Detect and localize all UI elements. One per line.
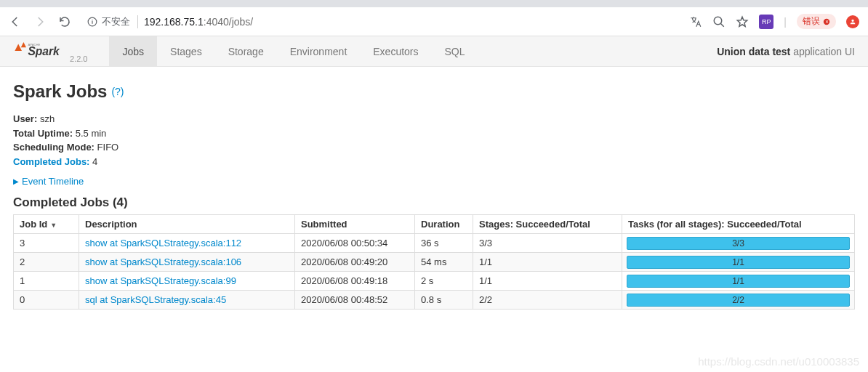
translate-error-badge[interactable]: 错误 ✕ [797, 14, 836, 29]
cell-duration: 54 ms [415, 253, 473, 272]
cell-stages: 2/2 [473, 291, 622, 310]
back-button[interactable] [9, 15, 22, 28]
completed-jobs-link[interactable]: Completed Jobs: [13, 156, 89, 167]
page-title: Spark Jobs (?) [13, 81, 855, 102]
tasks-progress-bar: 2/2 [627, 294, 850, 307]
reload-button[interactable] [58, 15, 71, 28]
tab-stages[interactable]: Stages [157, 36, 215, 66]
app-title: Union data test application UI [717, 46, 855, 57]
cell-submitted: 2020/06/08 00:49:18 [295, 272, 415, 291]
spark-version: 2.2.0 [70, 54, 87, 63]
bookmark-star-icon[interactable] [736, 15, 749, 28]
job-summary: User: szh Total Uptime: 5.5 min Scheduli… [13, 112, 855, 169]
job-description-link[interactable]: show at SparkSQLStrategy.scala:112 [85, 238, 241, 248]
cell-submitted: 2020/06/08 00:50:34 [295, 234, 415, 253]
spark-navbar: Spark APACHE 2.2.0 Jobs Stages Storage E… [0, 36, 868, 67]
extension-badge[interactable]: RP [759, 15, 773, 29]
tab-environment[interactable]: Environment [277, 36, 361, 66]
tab-storage[interactable]: Storage [215, 36, 277, 66]
browser-tab-strip [0, 0, 868, 7]
cell-stages: 1/1 [473, 272, 622, 291]
url-text: 192.168.75.1:4040/jobs/ [144, 16, 253, 28]
event-timeline-toggle[interactable]: ▶ Event Timeline [13, 176, 855, 187]
svg-text:Spark: Spark [28, 45, 60, 57]
tab-jobs[interactable]: Jobs [109, 36, 157, 66]
address-bar[interactable]: 不安全 192.168.75.1:4040/jobs/ [80, 12, 680, 32]
job-description-link[interactable]: sql at SparkSQLStrategy.scala:45 [85, 294, 226, 305]
job-description-link[interactable]: show at SparkSQLStrategy.scala:99 [85, 275, 236, 286]
svg-point-3 [715, 17, 723, 25]
cell-stages: 3/3 [473, 234, 622, 253]
cell-duration: 2 s [415, 272, 473, 291]
tab-executors[interactable]: Executors [360, 36, 431, 66]
cell-stages: 1/1 [473, 253, 622, 272]
table-row: 1show at SparkSQLStrategy.scala:992020/0… [14, 272, 855, 291]
translate-icon[interactable] [689, 15, 702, 28]
svg-text:✕: ✕ [825, 20, 829, 24]
cell-submitted: 2020/06/08 00:49:20 [295, 253, 415, 272]
col-job-id[interactable]: Job Id▼ [14, 215, 79, 234]
cell-job-id: 1 [14, 272, 79, 291]
job-description-link[interactable]: show at SparkSQLStrategy.scala:106 [85, 256, 241, 267]
spark-logo[interactable]: Spark APACHE 2.2.0 [13, 40, 87, 63]
col-stages[interactable]: Stages: Succeeded/Total [473, 215, 622, 234]
col-submitted[interactable]: Submitted [295, 215, 415, 234]
spark-tabs: Jobs Stages Storage Environment Executor… [109, 36, 478, 66]
tasks-progress-bar: 3/3 [627, 237, 850, 250]
profile-avatar[interactable] [846, 15, 859, 28]
cell-submitted: 2020/06/08 00:48:52 [295, 291, 415, 310]
table-row: 3show at SparkSQLStrategy.scala:1122020/… [14, 234, 855, 253]
zoom-icon[interactable] [712, 15, 726, 28]
info-icon [87, 17, 97, 27]
svg-text:APACHE: APACHE [28, 42, 40, 46]
cell-job-id: 3 [14, 234, 79, 253]
tasks-progress-bar: 1/1 [627, 275, 850, 288]
cell-duration: 0.8 s [415, 291, 473, 310]
tab-sql[interactable]: SQL [432, 36, 478, 66]
insecure-label: 不安全 [102, 15, 130, 28]
browser-toolbar: 不安全 192.168.75.1:4040/jobs/ RP | 错误 ✕ [0, 7, 868, 36]
cell-job-id: 2 [14, 253, 79, 272]
svg-line-4 [721, 23, 725, 27]
cell-duration: 36 s [415, 234, 473, 253]
tasks-progress-bar: 1/1 [627, 256, 850, 269]
table-row: 2show at SparkSQLStrategy.scala:1062020/… [14, 253, 855, 272]
col-duration[interactable]: Duration [415, 215, 473, 234]
sort-desc-icon: ▼ [50, 222, 57, 229]
forward-button[interactable] [33, 15, 47, 28]
cell-job-id: 0 [14, 291, 79, 310]
caret-right-icon: ▶ [13, 177, 19, 185]
completed-jobs-table: Job Id▼ Description Submitted Duration S… [13, 214, 855, 310]
col-tasks[interactable]: Tasks (for all stages): Succeeded/Total [622, 215, 855, 234]
help-link[interactable]: (?) [111, 86, 124, 97]
col-description[interactable]: Description [79, 215, 295, 234]
table-row: 0sql at SparkSQLStrategy.scala:452020/06… [14, 291, 855, 310]
completed-jobs-heading: Completed Jobs (4) [13, 195, 855, 210]
